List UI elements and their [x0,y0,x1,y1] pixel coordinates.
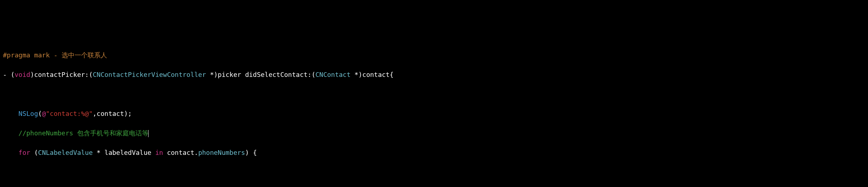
for-open: ( [30,149,38,156]
code-line-5: //phoneNumbers 包含手机号和家庭电话等 [0,128,868,138]
method-sig-1: )contactPicker:( [30,71,93,78]
method-prefix: - ( [3,71,15,78]
at-literal: @ [42,110,46,117]
for-close: ) { [245,149,257,156]
pragma-mark-text: mark - 选中一个联系人 [30,51,107,59]
loop-var: * labeledValue [93,149,155,156]
loop-type: CNLabeledValue [38,149,93,156]
param-type-2: CNContact [315,71,351,78]
method-sig-3: *)contact{ [351,71,394,78]
code-line-4: NSLog(@"contact:%@",contact); [0,109,868,118]
indent [3,149,18,156]
indent [3,129,18,137]
text-cursor [148,130,149,137]
indent [3,110,18,117]
property-access: phoneNumbers [198,149,245,156]
call-rest: ,contact); [93,110,132,117]
comment-text: //phoneNumbers 包含手机号和家庭电话等 [18,129,149,137]
loop-obj: contact. [163,149,198,156]
param-type-1: CNContactPickerViewController [93,71,206,78]
code-line-3 [0,89,868,99]
return-type: void [15,71,30,78]
paren-open: ( [38,110,42,117]
code-editor[interactable]: #pragma mark - 选中一个联系人 - (void)contactPi… [0,39,868,187]
code-line-7 [0,167,868,177]
code-line-2: - (void)contactPicker:(CNContactPickerVi… [0,70,868,79]
code-line-1: #pragma mark - 选中一个联系人 [0,50,868,60]
method-sig-2: *)picker didSelectContact:( [206,71,315,78]
for-keyword: for [18,149,30,156]
in-keyword: in [155,149,163,156]
code-line-6: for (CNLabeledValue * labeledValue in co… [0,148,868,157]
preprocessor-directive: #pragma [3,51,30,59]
nslog-call: NSLog [18,110,38,117]
string-literal: "contact:%@" [46,110,93,117]
